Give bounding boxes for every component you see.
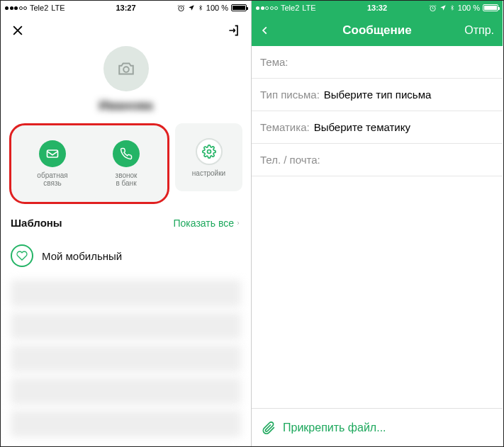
attach-file-button[interactable]: Прикрепить файл... (252, 408, 503, 446)
show-all-link[interactable]: Показать все (174, 217, 241, 229)
settings-label: настройки (192, 169, 225, 177)
profile-name: Иванова (1, 98, 251, 113)
back-button[interactable] (260, 23, 270, 38)
highlighted-actions: обратная связь звонок в банк (9, 123, 169, 204)
network-label: LTE (302, 4, 315, 12)
show-all-label: Показать все (174, 217, 234, 229)
subject-field[interactable]: Тема: (252, 46, 503, 79)
status-bar: Tele2 LTE 13:27 100 % (1, 1, 251, 15)
contact-field[interactable]: Тел. / почта: (252, 144, 503, 176)
avatar[interactable] (103, 46, 149, 91)
battery-pct: 100 % (206, 4, 228, 12)
carrier-label: Tele2 (30, 4, 48, 12)
phone-icon (113, 140, 140, 167)
topic-value: Выберите тематику (314, 121, 410, 133)
letter-type-label: Тип письма: (260, 89, 320, 101)
nav-bar: Сообщение Отпр. (252, 15, 503, 46)
subject-label: Тема: (260, 56, 289, 68)
bluetooth-icon (198, 4, 203, 12)
status-time: 13:27 (116, 4, 135, 12)
alarm-icon (429, 4, 437, 12)
location-icon (188, 4, 195, 11)
send-button[interactable]: Отпр. (464, 24, 494, 37)
svg-rect-2 (47, 150, 58, 157)
signal-dots-icon (256, 6, 278, 10)
gear-icon (196, 138, 223, 165)
feedback-button[interactable]: обратная связь (16, 130, 89, 198)
template-item[interactable]: Мой мобильный (1, 237, 251, 274)
bluetooth-icon (449, 4, 455, 12)
chevron-right-icon (235, 219, 241, 227)
location-icon (439, 4, 447, 11)
svg-point-3 (207, 149, 211, 153)
nav-title: Сообщение (342, 23, 412, 38)
topic-field[interactable]: Тематика: Выберите тематику (252, 111, 503, 144)
battery-pct: 100 % (458, 4, 480, 12)
call-bank-button[interactable]: звонок в банк (89, 130, 163, 198)
call-label: звонок в банк (116, 171, 138, 187)
close-button[interactable] (11, 23, 25, 38)
settings-button[interactable]: настройки (175, 123, 242, 191)
compose-screen: Tele2 LTE 13:32 100 % Сообщение Отпр. Те… (252, 1, 503, 446)
letter-type-field[interactable]: Тип письма: Выберите тип письма (252, 79, 503, 111)
blurred-row (11, 410, 241, 437)
top-bar (1, 15, 251, 46)
letter-type-value: Выберите тип письма (324, 89, 432, 101)
feedback-label: обратная связь (37, 171, 67, 187)
status-time: 13:32 (367, 4, 387, 12)
network-label: LTE (51, 4, 65, 12)
blurred-row (11, 312, 241, 339)
blurred-row (11, 280, 241, 307)
signal-dots-icon (5, 6, 27, 10)
alarm-icon (177, 4, 185, 12)
logout-button[interactable] (227, 23, 241, 38)
carrier-label: Tele2 (281, 4, 299, 12)
camera-icon (117, 60, 135, 78)
topic-label: Тематика: (260, 121, 310, 133)
battery-icon (483, 4, 498, 11)
status-bar: Tele2 LTE 13:32 100 % (252, 1, 503, 15)
heart-icon (11, 244, 33, 267)
blurred-row (11, 378, 241, 404)
svg-point-1 (123, 67, 129, 72)
attach-label: Прикрепить файл... (283, 421, 386, 434)
contact-label: Тел. / почта: (260, 154, 320, 166)
paperclip-icon (262, 421, 276, 435)
profile-screen: Tele2 LTE 13:27 100 % Иванова (1, 1, 252, 446)
battery-icon (231, 4, 247, 11)
template-label: Мой мобильный (42, 250, 122, 262)
templates-title: Шаблоны (11, 217, 62, 229)
mail-icon (39, 140, 66, 167)
blurred-row (11, 345, 241, 372)
